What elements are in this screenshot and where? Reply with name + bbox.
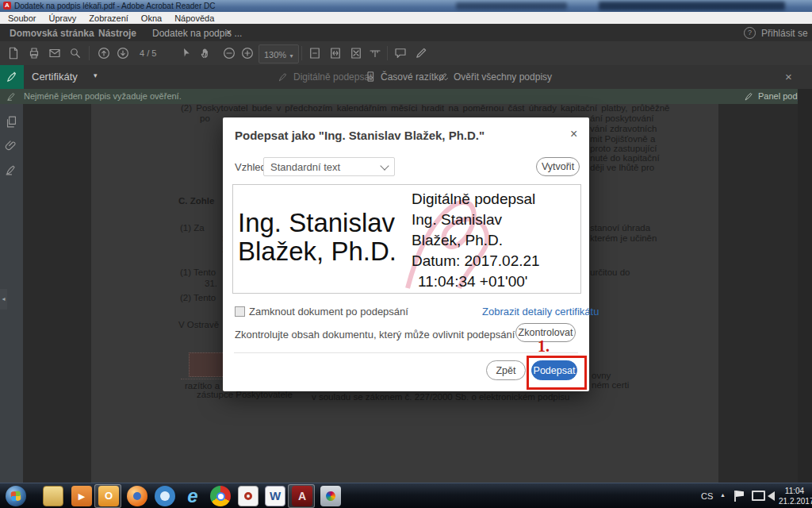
menu-soubor[interactable]: Soubor — [8, 13, 36, 23]
window-titlebar[interactable]: A Dodatek na podpis lékaři.pdf - Adobe A… — [0, 0, 812, 12]
document-text: určitou do — [590, 267, 630, 277]
signature-panel-icon — [744, 90, 755, 102]
page-indicator[interactable]: 4 / 5 — [140, 48, 156, 58]
screen: A Dodatek na podpis lékaři.pdf - Adobe A… — [0, 0, 812, 508]
document-text: stanoví úhrada — [590, 223, 650, 233]
zoom-in-icon[interactable] — [240, 46, 255, 60]
digitally-sign-button[interactable]: Digitálně podepsat — [278, 71, 372, 83]
document-text: nuté do kapitační — [590, 153, 660, 163]
signature-detail-line: Blažek, Ph.D. — [412, 230, 503, 251]
word-icon[interactable]: W — [265, 486, 285, 506]
step-annotation: 1. — [538, 337, 550, 356]
certificates-toolbar: Certifikáty ▾ Digitálně podepsat Časové … — [0, 65, 812, 89]
acrobat-reader-icon: A — [292, 486, 312, 506]
fit-page-icon[interactable] — [308, 46, 322, 60]
menu-napoveda[interactable]: Nápověda — [174, 13, 214, 23]
sign-in-link[interactable]: Přihlásit se — [761, 28, 808, 39]
certificates-caret-icon[interactable]: ▾ — [94, 71, 98, 79]
menu-zobrazeni[interactable]: Zobrazení — [89, 13, 128, 23]
signature-detail-line: Digitálně podepsal — [412, 189, 535, 210]
explorer-icon[interactable] — [43, 486, 63, 506]
attachments-paperclip-icon[interactable] — [5, 139, 18, 152]
email-icon[interactable] — [48, 46, 62, 60]
document-text: 31. — [205, 279, 217, 288]
previous-page-icon[interactable] — [97, 46, 111, 60]
page-thumbnails-icon[interactable] — [5, 115, 18, 129]
fit-width-icon[interactable] — [328, 46, 343, 60]
menu-bar: Soubor Úpravy Zobrazení Okna Nápověda — [0, 12, 812, 24]
read-mode-icon[interactable] — [368, 46, 382, 60]
next-page-icon[interactable] — [116, 46, 130, 60]
save-file-icon[interactable] — [6, 46, 21, 60]
fit-visible-icon[interactable] — [349, 46, 363, 60]
acrobat-taskbar-button[interactable]: A — [288, 484, 315, 508]
pencil-icon[interactable] — [414, 46, 428, 60]
signature-name-line2: Blažek, Ph.D. — [238, 237, 396, 265]
signature-dotted-line — [181, 379, 225, 379]
document-text: ném certi — [592, 380, 629, 390]
tab-home[interactable]: Domovská stránka — [10, 28, 94, 39]
tab-tools[interactable]: Nástroje — [98, 28, 136, 39]
validate-all-signatures-button[interactable]: Ověřit všechny podpisy — [438, 71, 552, 83]
zoom-out-icon[interactable] — [222, 46, 236, 60]
zoom-level-dropdown[interactable]: 130% ▾ — [259, 44, 299, 64]
signature-detail-line: 11:04:34 +01'00' — [418, 271, 527, 292]
search-icon[interactable] — [68, 46, 82, 60]
notice-message: Nejméně jeden podpis vyžaduje ověření. — [24, 91, 182, 101]
language-indicator[interactable]: CS — [701, 491, 713, 501]
appearance-dropdown[interactable]: Standardní text — [263, 157, 395, 176]
select-cursor-icon[interactable] — [179, 46, 193, 60]
toolbar-separator — [89, 46, 90, 60]
tab-close-icon[interactable]: × — [226, 27, 232, 38]
chrome-icon[interactable] — [210, 486, 231, 506]
document-text: po — [200, 114, 210, 123]
signature-notice-icon — [6, 90, 17, 102]
network-icon[interactable] — [752, 491, 765, 501]
certificate-details-link[interactable]: Zobrazit detaily certifikátu — [482, 306, 599, 318]
validate-all-label: Ověřit všechny podpisy — [454, 71, 552, 83]
vertical-scrollbar[interactable] — [798, 89, 812, 483]
review-text: Zkontrolujte obsah dokumentu, který může… — [235, 329, 515, 341]
menu-okna[interactable]: Okna — [141, 13, 162, 23]
compass-app-icon[interactable] — [155, 486, 175, 506]
internet-explorer-icon[interactable]: e — [182, 486, 203, 506]
timestamp-icon — [365, 71, 377, 83]
acrobat-app-icon: A — [3, 2, 11, 10]
print-icon[interactable] — [27, 46, 41, 60]
start-button[interactable] — [6, 486, 26, 506]
volume-icon[interactable] — [768, 491, 775, 501]
zoom-caret-icon: ▾ — [290, 52, 293, 60]
toolbar-separator — [301, 46, 302, 60]
sign-pen-icon — [278, 71, 289, 83]
signatures-panel-icon[interactable] — [5, 163, 18, 176]
taskbar-clock[interactable]: 11:04 21.2.2017 — [779, 486, 810, 506]
dialog-close-icon[interactable]: × — [570, 127, 577, 141]
document-text: vání zdravotních — [590, 124, 657, 133]
comment-icon[interactable] — [393, 46, 408, 60]
action-center-flag-icon[interactable] — [736, 491, 744, 497]
sidebar-collapse-handle[interactable]: ◂ — [0, 289, 7, 310]
firefox-icon[interactable] — [127, 486, 147, 506]
certificates-label[interactable]: Certifikáty — [32, 71, 78, 83]
chevron-down-icon — [380, 161, 389, 170]
graphics-viewer-icon[interactable] — [320, 486, 341, 506]
back-button[interactable]: Zpět — [486, 360, 526, 380]
outlook-taskbar-button[interactable]: O — [94, 484, 121, 508]
help-icon[interactable]: ? — [744, 27, 756, 39]
close-toolbar-icon[interactable]: × — [785, 70, 792, 83]
main-toolbar: 4 / 5 130% ▾ — [0, 41, 812, 66]
quicktime-icon[interactable] — [238, 486, 259, 506]
document-text: ději ve lhůtě pro — [590, 163, 654, 172]
document-text: ání poskytování — [590, 114, 654, 123]
hand-tool-icon[interactable] — [198, 46, 213, 60]
media-player-icon[interactable]: ▶ — [71, 486, 92, 506]
certificates-tool-icon — [0, 65, 24, 89]
timestamp-button[interactable]: Časové razítko — [365, 71, 444, 83]
document-text: (2) Poskytovatel bude v předchozím kalen… — [181, 103, 718, 113]
lock-document-checkbox[interactable] — [235, 306, 245, 317]
menu-upravy[interactable]: Úpravy — [48, 13, 76, 23]
create-button[interactable]: Vytvořit — [536, 157, 580, 176]
tray-expand-icon[interactable]: ▲ — [720, 492, 726, 498]
step-highlight-rectangle — [527, 356, 587, 390]
appearance-label: Vzhled — [235, 161, 266, 173]
